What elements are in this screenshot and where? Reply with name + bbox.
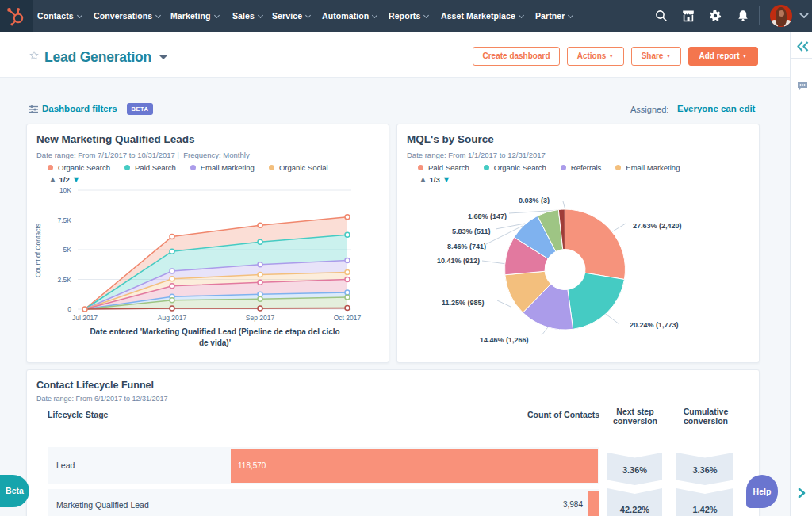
svg-text:11.25% (985): 11.25% (985): [442, 299, 485, 307]
svg-text:Jul 2017: Jul 2017: [72, 314, 98, 322]
svg-text:14.46% (1,266): 14.46% (1,266): [480, 336, 529, 344]
svg-text:5K: 5K: [63, 246, 72, 254]
svg-text:2.5K: 2.5K: [58, 276, 72, 284]
svg-text:Oct 2017: Oct 2017: [334, 314, 362, 322]
svg-text:Aug 2017: Aug 2017: [158, 314, 187, 322]
svg-text:10.41% (912): 10.41% (912): [437, 257, 480, 265]
svg-text:Date entered 'Marketing Qualif: Date entered 'Marketing Qualified Lead (…: [90, 327, 339, 336]
svg-text:27.63% (2,420): 27.63% (2,420): [633, 222, 682, 230]
svg-text:0: 0: [67, 305, 71, 313]
svg-text:Count of Contacts: Count of Contacts: [34, 224, 42, 277]
svg-text:7.5K: 7.5K: [58, 216, 72, 224]
svg-text:0.03% (3): 0.03% (3): [519, 197, 550, 204]
svg-text:Sep 2017: Sep 2017: [246, 314, 275, 322]
svg-text:20.24% (1,773): 20.24% (1,773): [630, 321, 679, 329]
svg-text:10K: 10K: [59, 186, 71, 194]
svg-text:1.68% (147): 1.68% (147): [468, 212, 507, 220]
svg-text:de vida)': de vida)': [199, 338, 231, 347]
svg-text:8.46% (741): 8.46% (741): [447, 243, 486, 250]
svg-text:5.83% (511): 5.83% (511): [452, 227, 491, 235]
